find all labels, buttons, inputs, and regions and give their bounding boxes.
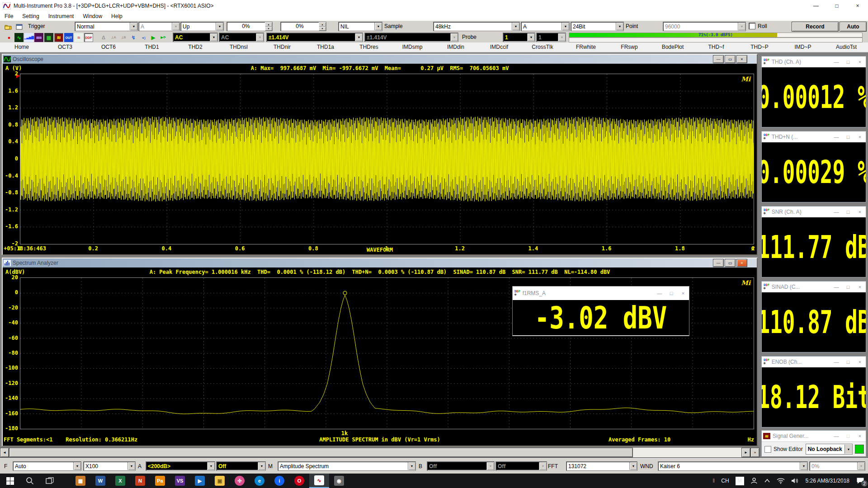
minimize-button[interactable]: — xyxy=(830,59,842,65)
minimize-button[interactable]: — xyxy=(654,291,665,296)
meter-title-bar[interactable]: DDP⊕SNR (Ch. A)—□× xyxy=(762,206,866,217)
taskbar-paint-app-icon[interactable]: Pa xyxy=(150,474,170,488)
record-button[interactable]: Record xyxy=(792,22,839,32)
taskbar-camera-app-icon[interactable]: ◉ xyxy=(329,474,349,488)
tab-crosstlk[interactable]: CrossTlk xyxy=(521,42,564,52)
menu-file[interactable]: File xyxy=(0,13,18,19)
freq-mode-dropdown[interactable]: Auto▼ xyxy=(13,461,81,471)
restore-button[interactable]: ▭ xyxy=(725,55,736,63)
task-view-icon[interactable] xyxy=(40,474,60,488)
signal-generator-icon[interactable]: ≋ xyxy=(54,33,63,42)
meter-title-bar[interactable]: DDP⊕THD (Ch. A)—□× xyxy=(762,56,866,67)
trigger-mode-dropdown[interactable]: Normal▼ xyxy=(75,22,138,31)
run-stop-icon[interactable]: ● xyxy=(5,33,14,42)
meter-title-bar[interactable]: DDP⊕SINAD (C...—□× xyxy=(762,282,866,292)
points-dropdown[interactable]: 96000▼ xyxy=(663,22,746,31)
f1rms-title-bar[interactable]: DDP⊕ f1RMS_A — □ × xyxy=(513,286,689,300)
close-button[interactable]: × xyxy=(677,291,689,296)
maximize-button[interactable]: □ xyxy=(665,291,677,296)
taskbar-multi-instrument-icon[interactable]: ∿ xyxy=(309,474,329,488)
hpf-dropdown[interactable]: NIL▼ xyxy=(338,22,382,31)
meter-title-bar[interactable]: DDP⊕THD+N (...—□× xyxy=(762,131,866,142)
tab-frswp[interactable]: FRswp xyxy=(608,42,651,52)
close-button[interactable]: × xyxy=(847,0,868,12)
tab-home[interactable]: Home xyxy=(0,42,43,52)
trigger-edge-dropdown[interactable]: Up▼ xyxy=(180,22,224,31)
signal-generator-title-bar[interactable]: ≋ Signal Gener... — □ × xyxy=(762,431,866,441)
taskbar-info-app-icon[interactable]: i xyxy=(269,474,289,488)
roll-checkbox[interactable]: Roll xyxy=(749,23,767,29)
sample-channel-dropdown[interactable]: A▼ xyxy=(521,22,570,31)
maximize-button[interactable]: □ xyxy=(842,359,854,365)
speaker-icon[interactable]: ◄) xyxy=(139,33,148,42)
close-button[interactable]: × xyxy=(736,55,747,63)
close-button[interactable]: × xyxy=(736,259,747,267)
minimize-button[interactable]: — xyxy=(713,55,724,63)
taskbar-edge-icon[interactable]: e xyxy=(250,474,269,488)
scroll-left-icon[interactable]: ◄ xyxy=(0,448,9,457)
taskbar-opera-icon[interactable]: O xyxy=(289,474,309,488)
coupling-b-dropdown[interactable]: AC▼ xyxy=(219,33,264,42)
ime-mode[interactable]: M xyxy=(736,477,744,485)
taskbar-clock[interactable]: 5:26 AM 8/31/2018 xyxy=(806,478,849,484)
tab-imddin[interactable]: IMDdin xyxy=(434,42,477,52)
minimize-button[interactable]: — xyxy=(713,259,724,267)
open-file-icon[interactable] xyxy=(4,22,13,31)
tab-thdnir[interactable]: THDnir xyxy=(260,42,304,52)
minimize-button[interactable]: — xyxy=(830,433,842,439)
close-button[interactable]: × xyxy=(854,433,866,439)
maximize-button[interactable]: □ xyxy=(842,209,854,215)
maximize-button[interactable]: □ xyxy=(842,134,854,140)
alarm-icon[interactable]: Δ xyxy=(99,33,108,42)
multimeter-icon[interactable]: 888 xyxy=(34,33,43,42)
menu-window[interactable]: Window xyxy=(78,13,107,19)
mdi-horizontal-scrollbar[interactable]: ◄ ► » xyxy=(0,448,760,457)
oscilloscope-icon[interactable]: ∿ xyxy=(14,33,24,42)
spectrum-title-bar[interactable]: Spectrum Analyzer — ▭ × xyxy=(3,258,757,267)
taskbar-onenote-icon[interactable]: N xyxy=(130,474,150,488)
play-icon[interactable]: ▶ xyxy=(149,33,158,42)
overlap-dropdown[interactable]: 0%▼ xyxy=(809,461,865,471)
range-b-dropdown[interactable]: ±1.414V▼ xyxy=(364,33,458,42)
device-test-plan-icon[interactable]: OUT xyxy=(64,33,73,42)
maximize-button[interactable]: □ xyxy=(842,59,854,65)
cursor-reader-b-icon[interactable]: ⊥B xyxy=(119,33,128,42)
taskbar-file-explorer-icon[interactable]: ▣ xyxy=(210,474,230,488)
a-extra-dropdown[interactable]: Off▼ xyxy=(216,461,266,471)
menu-instrument[interactable]: Instrument xyxy=(44,13,79,19)
close-button[interactable]: × xyxy=(854,359,866,365)
panel-setting-icon[interactable] xyxy=(14,22,24,31)
tab-bodeplot[interactable]: BodePlot xyxy=(651,42,694,52)
chevron-up-icon[interactable] xyxy=(764,479,770,483)
window-fn-dropdown[interactable]: Kaiser 6▼ xyxy=(658,461,808,471)
tab-imd~p[interactable]: IMD~P xyxy=(781,42,825,52)
oscilloscope-plot[interactable] xyxy=(20,74,754,244)
spectrum-analyzer-icon[interactable]: ▁▃▅▇ xyxy=(24,33,33,42)
close-button[interactable]: × xyxy=(854,134,866,140)
spectrogram-icon[interactable]: ▦ xyxy=(44,33,53,42)
range-a-dropdown[interactable]: ±1.414V▼ xyxy=(266,33,363,42)
trigger-source-dropdown[interactable]: A▼ xyxy=(138,22,180,31)
loopback-dropdown[interactable]: No Loopback ▼ xyxy=(806,444,853,455)
bit-depth-dropdown[interactable]: 24Bit▼ xyxy=(571,22,624,31)
taskbar-excel-icon[interactable]: X xyxy=(110,474,130,488)
tab-thd1a[interactable]: THD1a xyxy=(304,42,347,52)
action-center-icon[interactable]: 2 xyxy=(853,474,868,488)
tab-thdnsl[interactable]: THDnsl xyxy=(217,42,260,52)
restore-button[interactable]: ▭ xyxy=(725,259,736,267)
zoom-dropdown[interactable]: X100▼ xyxy=(83,461,136,471)
taskbar-visual-studio-icon[interactable]: VS xyxy=(170,474,190,488)
fft-size-dropdown[interactable]: 131072▼ xyxy=(566,461,637,471)
minimize-button[interactable]: — xyxy=(830,134,842,140)
tab-thdres[interactable]: THDres xyxy=(347,42,391,52)
b-mode2-dropdown[interactable]: Off▼ xyxy=(495,461,547,471)
tab-thd2[interactable]: THD2 xyxy=(174,42,217,52)
maximize-button[interactable]: □ xyxy=(842,433,854,439)
taskbar-photos-app-icon[interactable]: ✣ xyxy=(230,474,250,488)
scrollbar-thumb[interactable] xyxy=(9,448,633,457)
tab-thd1[interactable]: THD1 xyxy=(130,42,174,52)
generator-on-button[interactable] xyxy=(855,445,864,454)
people-icon[interactable] xyxy=(750,477,758,484)
close-button[interactable]: × xyxy=(854,284,866,290)
search-icon[interactable] xyxy=(20,474,40,488)
